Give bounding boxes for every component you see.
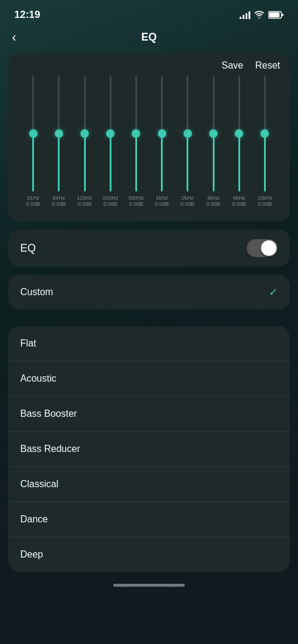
slider-freq-31Hz: 31Hz <box>26 195 41 201</box>
preset-item-bass-booster[interactable]: Bass Booster <box>8 397 290 432</box>
preset-item-acoustic[interactable]: Acoustic <box>8 361 290 397</box>
battery-icon <box>268 11 284 19</box>
slider-db-16kHz: 0.0dB <box>257 201 273 207</box>
slider-track-250Hz <box>110 76 111 191</box>
slider-fill-2kHz <box>187 134 188 191</box>
slider-thumb-2kHz[interactable] <box>184 129 192 138</box>
slider-col-4kHz[interactable]: 4kHz0.0dB <box>200 76 226 207</box>
slider-label-125Hz: 125Hz0.0dB <box>77 195 92 207</box>
slider-fill-500Hz <box>135 134 137 191</box>
reset-button[interactable]: Reset <box>255 60 280 71</box>
slider-col-125Hz[interactable]: 125Hz0.0dB <box>72 76 97 207</box>
eq-toggle-label: EQ <box>20 242 36 255</box>
preset-item-bass-reducer[interactable]: Bass Reducer <box>8 432 290 467</box>
slider-freq-500Hz: 500Hz <box>128 195 144 201</box>
slider-track-16kHz <box>264 76 266 191</box>
slider-thumb-250Hz[interactable] <box>106 129 114 138</box>
preset-custom-label: Custom <box>20 287 53 298</box>
slider-col-1kHz[interactable]: 1kHz0.0dB <box>149 76 175 207</box>
slider-db-500Hz: 0.0dB <box>128 201 144 207</box>
slider-freq-2kHz: 2kHz <box>181 195 195 201</box>
slider-col-8kHz[interactable]: 8kHz0.0dB <box>226 76 252 207</box>
slider-thumb-31Hz[interactable] <box>29 129 38 138</box>
slider-label-1kHz: 1kHz0.0dB <box>155 195 169 207</box>
slider-col-16kHz[interactable]: 16kHz0.0dB <box>252 76 278 207</box>
slider-db-250Hz: 0.0dB <box>103 201 118 207</box>
preset-item-label-classical: Classical <box>20 479 58 490</box>
wifi-icon <box>254 11 265 19</box>
slider-label-31Hz: 31Hz0.0dB <box>26 195 41 207</box>
slider-db-31Hz: 0.0dB <box>26 201 41 207</box>
slider-fill-64Hz <box>58 134 60 191</box>
slider-track-2kHz <box>187 76 188 191</box>
slider-freq-125Hz: 125Hz <box>77 195 92 201</box>
status-time: 12:19 <box>14 9 40 21</box>
preset-item-label-flat: Flat <box>20 338 36 349</box>
status-bar: 12:19 <box>0 0 298 26</box>
preset-section: Custom ✓ <box>8 275 290 309</box>
preset-check-icon: ✓ <box>269 286 278 299</box>
slider-track-4kHz <box>213 76 215 191</box>
slider-track-125Hz <box>84 76 86 191</box>
slider-db-2kHz: 0.0dB <box>181 201 195 207</box>
preset-custom[interactable]: Custom ✓ <box>8 275 290 309</box>
home-indicator <box>0 572 298 593</box>
slider-col-2kHz[interactable]: 2kHz0.0dB <box>175 76 200 207</box>
preset-item-label-acoustic: Acoustic <box>20 373 56 384</box>
slider-track-64Hz <box>58 76 60 191</box>
slider-fill-16kHz <box>264 134 266 191</box>
slider-label-2kHz: 2kHz0.0dB <box>181 195 195 207</box>
slider-freq-250Hz: 250Hz <box>103 195 118 201</box>
slider-thumb-8kHz[interactable] <box>235 129 243 138</box>
preset-item-deep[interactable]: Deep <box>8 537 290 572</box>
preset-item-label-bass-reducer: Bass Reducer <box>20 444 80 454</box>
slider-label-500Hz: 500Hz0.0dB <box>128 195 144 207</box>
slider-thumb-16kHz[interactable] <box>260 129 269 138</box>
slider-fill-4kHz <box>213 134 215 191</box>
save-button[interactable]: Save <box>222 60 243 71</box>
svg-rect-1 <box>269 13 280 17</box>
slider-fill-31Hz <box>32 134 34 191</box>
preset-item-label-deep: Deep <box>20 549 43 560</box>
slider-thumb-1kHz[interactable] <box>158 129 166 138</box>
signal-icon <box>240 11 250 19</box>
eq-card-actions: Save Reset <box>18 60 280 71</box>
preset-item-dance[interactable]: Dance <box>8 502 290 537</box>
slider-freq-16kHz: 16kHz <box>257 195 273 201</box>
slider-col-64Hz[interactable]: 64Hz0.0dB <box>46 76 72 207</box>
slider-track-31Hz <box>32 76 34 191</box>
slider-track-1kHz <box>161 76 163 191</box>
slider-label-64Hz: 64Hz0.0dB <box>52 195 66 207</box>
slider-thumb-500Hz[interactable] <box>132 129 140 138</box>
slider-fill-250Hz <box>110 134 111 191</box>
preset-item-flat[interactable]: Flat <box>8 326 290 361</box>
page-title: EQ <box>141 31 157 44</box>
eq-toggle-switch[interactable] <box>247 239 278 257</box>
slider-db-1kHz: 0.0dB <box>155 201 169 207</box>
slider-col-500Hz[interactable]: 500Hz0.0dB <box>123 76 149 207</box>
eq-card: Save Reset 31Hz0.0dB64Hz0.0dB125Hz0.0dB2… <box>8 53 290 221</box>
slider-fill-1kHz <box>161 134 163 191</box>
svg-rect-2 <box>282 14 283 17</box>
slider-db-125Hz: 0.0dB <box>77 201 92 207</box>
back-button[interactable]: ‹ <box>12 30 16 45</box>
home-bar <box>113 584 185 587</box>
slider-thumb-4kHz[interactable] <box>209 129 218 138</box>
slider-label-16kHz: 16kHz0.0dB <box>257 195 273 207</box>
header: ‹ EQ <box>0 26 298 53</box>
slider-thumb-125Hz[interactable] <box>80 129 89 138</box>
slider-label-250Hz: 250Hz0.0dB <box>103 195 118 207</box>
slider-db-4kHz: 0.0dB <box>206 201 221 207</box>
status-icons <box>240 11 284 19</box>
preset-item-label-bass-booster: Bass Booster <box>20 408 77 419</box>
slider-col-250Hz[interactable]: 250Hz0.0dB <box>98 76 123 207</box>
slider-thumb-64Hz[interactable] <box>55 129 63 138</box>
slider-freq-64Hz: 64Hz <box>52 195 66 201</box>
slider-db-64Hz: 0.0dB <box>52 201 66 207</box>
slider-label-8kHz: 8kHz0.0dB <box>232 195 246 207</box>
slider-freq-8kHz: 8kHz <box>232 195 246 201</box>
preset-item-classical[interactable]: Classical <box>8 467 290 502</box>
slider-col-31Hz[interactable]: 31Hz0.0dB <box>20 76 46 207</box>
slider-db-8kHz: 0.0dB <box>232 201 246 207</box>
slider-label-4kHz: 4kHz0.0dB <box>206 195 221 207</box>
